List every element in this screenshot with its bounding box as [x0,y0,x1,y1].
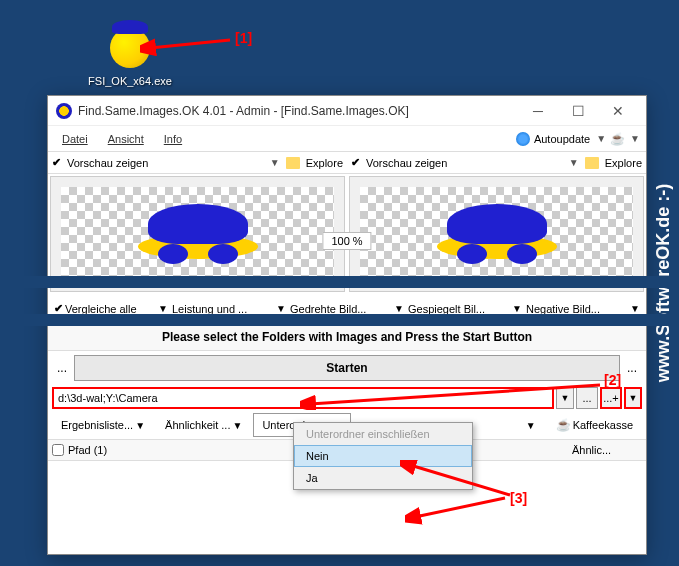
desktop-icon-label: FSI_OK_x64.exe [85,75,175,87]
zoom-label[interactable]: 100 % [322,232,371,250]
menubar: Datei Ansicht Info Autoupdate ▼ ▼ [48,126,646,152]
arrow-3a [400,460,520,500]
svg-line-0 [150,40,230,48]
annotation-3: [3] [510,490,527,506]
preview-toolbar: ✔ Vorschau zeigen ▼ Explore ✔ Vorschau z… [48,152,646,174]
add-path-dropdown[interactable]: ▼ [624,387,642,409]
autoupdate-label: Autoupdate [534,133,590,145]
check-icon: ✔ [52,156,61,169]
annotation-2: [2] [604,372,621,388]
similarity-column-header[interactable]: Ähnlic... [572,444,642,456]
preview-show-right[interactable]: Vorschau zeigen [366,157,447,169]
menu-ansicht[interactable]: Ansicht [100,130,152,148]
app-window: Find.Same.Images.OK 4.01 - Admin - [Find… [47,95,647,555]
svg-line-1 [310,385,600,404]
close-button[interactable]: ✕ [598,96,638,126]
svg-line-2 [410,465,510,495]
filter-similarity[interactable]: Ähnlichkeit ...▼ [156,413,251,437]
chevron-down-icon: ▼ [630,133,640,144]
coffee-menu[interactable]: ▼ [610,132,640,146]
chevron-down-icon[interactable]: ▼ [270,157,280,168]
window-title: Find.Same.Images.OK 4.01 - Admin - [Find… [78,104,518,118]
autoupdate-control[interactable]: Autoupdate ▼ [516,132,606,146]
folder-icon [286,157,300,169]
dots-left[interactable]: ... [52,361,72,375]
explore-left[interactable]: Explore [306,157,343,169]
explore-right[interactable]: Explore [605,157,642,169]
preview-show-left[interactable]: Vorschau zeigen [67,157,148,169]
minimize-button[interactable]: ─ [518,96,558,126]
filter-results[interactable]: Ergebnisliste...▼ [52,413,154,437]
chevron-down-icon: ▼ [596,133,606,144]
dropdown-include-subfolders: Unterordner einschließen [294,423,472,445]
menu-datei[interactable]: Datei [54,130,96,148]
arrow-1 [140,30,240,60]
titlebar[interactable]: Find.Same.Images.OK 4.01 - Admin - [Find… [48,96,646,126]
filter-extra[interactable]: ▼ [517,413,545,437]
filter-coffee[interactable]: ☕Kaffeekasse [547,413,642,437]
preview-left[interactable] [50,176,345,292]
start-button[interactable]: Starten [74,355,620,381]
folder-icon [585,157,599,169]
globe-icon [516,132,530,146]
svg-line-3 [415,498,505,517]
preview-area: 100 % [48,174,646,294]
menu-info[interactable]: Info [156,130,190,148]
coffee-icon: ☕ [556,418,571,432]
app-icon [56,103,72,119]
chevron-down-icon[interactable]: ▼ [569,157,579,168]
instruction-text: Please select the Folders with Images an… [48,324,646,351]
arrow-2 [300,380,610,410]
dots-right[interactable]: ... [622,361,642,375]
preview-right[interactable] [349,176,644,292]
maximize-button[interactable]: ☐ [558,96,598,126]
select-all-checkbox[interactable] [52,444,64,456]
arrow-3b [405,495,515,525]
path-column-header[interactable]: Pfad (1) [68,444,107,456]
check-icon: ✔ [351,156,360,169]
coffee-icon [610,132,624,146]
annotation-1: [1] [235,30,252,46]
